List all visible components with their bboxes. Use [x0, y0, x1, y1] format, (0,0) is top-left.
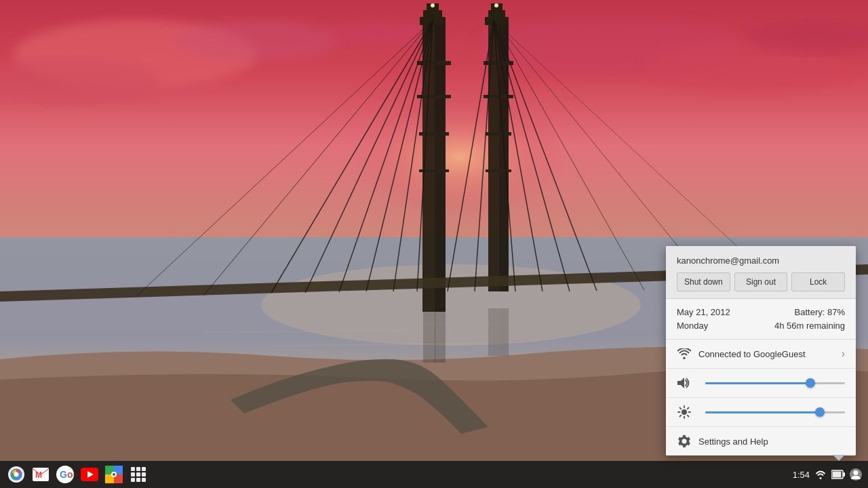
svg-point-57 [14, 472, 19, 477]
svg-line-91 [680, 408, 682, 409]
volume-section [666, 369, 856, 398]
svg-rect-26 [486, 169, 511, 172]
popup-bottom-arrow [833, 455, 845, 461]
brightness-slider[interactable] [705, 405, 845, 419]
taskbar: M Google [0, 461, 868, 488]
wifi-icon [677, 346, 692, 361]
svg-rect-79 [142, 478, 146, 482]
signout-button[interactable]: Sign out [734, 272, 788, 291]
network-label: Connected to GoogleGuest [698, 349, 842, 359]
svg-rect-77 [131, 478, 135, 482]
svg-rect-73 [142, 467, 146, 471]
svg-rect-50 [488, 308, 499, 356]
svg-point-20 [431, 3, 435, 7]
network-section[interactable]: Connected to GoogleGuest › [666, 340, 856, 369]
svg-point-70 [113, 473, 115, 476]
svg-point-30 [494, 3, 498, 7]
chevron-right-icon: › [842, 348, 845, 360]
system-tray-popup: kanonchrome@gmail.com Shut down Sign out… [666, 246, 856, 455]
svg-point-84 [854, 470, 859, 475]
taskbar-app-launcher-icon[interactable] [127, 464, 149, 485]
svg-marker-85 [677, 378, 684, 388]
svg-point-86 [682, 409, 687, 415]
battery-info: Battery: 87% 4h 56m remaining [774, 306, 845, 332]
account-tray-icon[interactable] [849, 468, 863, 481]
taskbar-youtube-icon[interactable] [79, 464, 100, 485]
volume-slider[interactable] [705, 376, 845, 390]
svg-line-93 [688, 408, 689, 409]
svg-rect-78 [136, 478, 140, 482]
date-battery-section: May 21, 2012 Monday Battery: 87% 4h 56m … [666, 299, 856, 340]
lock-button[interactable]: Lock [791, 272, 845, 291]
taskbar-system-tray: 1:54 [793, 468, 863, 481]
svg-rect-74 [131, 472, 135, 476]
svg-rect-81 [844, 472, 846, 476]
taskbar-google-search-icon[interactable]: Google [54, 464, 76, 485]
settings-label: Settings and Help [698, 436, 768, 447]
svg-text:M: M [35, 470, 42, 480]
taskbar-gmail-icon[interactable]: M [30, 464, 52, 485]
battery-remaining: 4h 56m remaining [774, 319, 845, 333]
day-line: Monday [677, 319, 730, 333]
user-actions: Shut down Sign out Lock [677, 272, 845, 291]
svg-rect-72 [136, 467, 140, 471]
svg-line-92 [688, 415, 689, 417]
volume-icon [677, 375, 692, 390]
taskbar-chrome-icon[interactable] [5, 464, 27, 485]
svg-rect-48 [423, 308, 435, 363]
svg-rect-75 [136, 472, 140, 476]
brightness-icon [677, 405, 692, 420]
clock[interactable]: 1:54 [793, 470, 810, 480]
wifi-tray-icon[interactable] [814, 468, 827, 481]
svg-point-4 [176, 20, 339, 61]
svg-rect-25 [486, 132, 511, 136]
shutdown-button[interactable]: Shut down [677, 272, 730, 291]
settings-section[interactable]: Settings and Help [666, 427, 856, 455]
svg-rect-49 [435, 308, 446, 363]
taskbar-maps-icon[interactable] [103, 464, 125, 485]
svg-rect-76 [142, 472, 146, 476]
svg-rect-71 [131, 467, 135, 471]
svg-rect-15 [419, 132, 449, 136]
user-email: kanonchrome@gmail.com [677, 256, 845, 266]
user-section: kanonchrome@gmail.com Shut down Sign out… [666, 246, 856, 299]
date-line: May 21, 2012 [677, 306, 730, 319]
svg-point-95 [682, 439, 687, 444]
svg-text:Google: Google [60, 469, 74, 480]
taskbar-app-icons: M Google [5, 464, 149, 485]
svg-rect-51 [499, 308, 509, 356]
svg-rect-82 [833, 472, 842, 478]
battery-percent: Battery: 87% [774, 306, 845, 319]
brightness-section [666, 398, 856, 427]
battery-tray-icon[interactable] [831, 468, 845, 481]
svg-line-94 [680, 415, 682, 417]
date-info: May 21, 2012 Monday [677, 306, 730, 332]
settings-icon [677, 434, 692, 449]
